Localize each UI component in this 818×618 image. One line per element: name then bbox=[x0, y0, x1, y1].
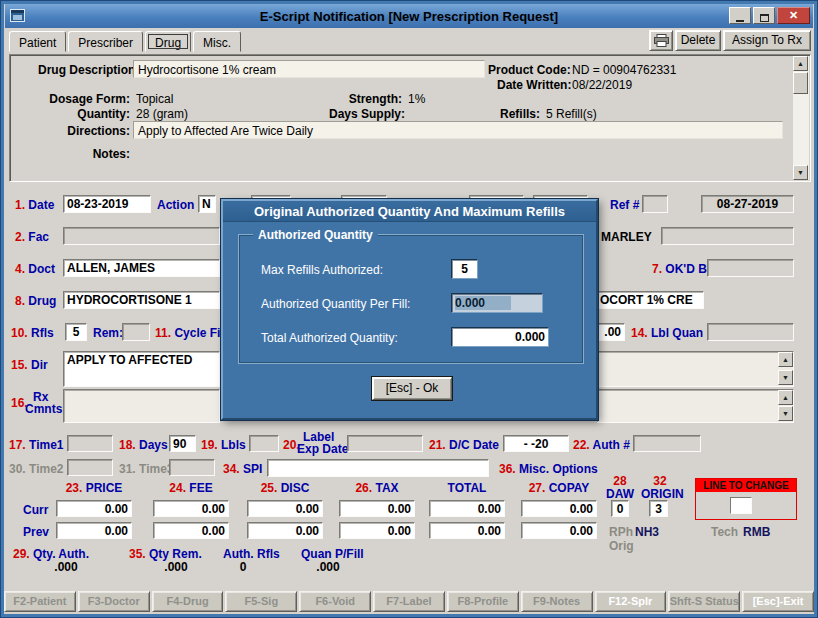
scroll-down-button[interactable]: ▼ bbox=[793, 165, 808, 180]
prev-price-field[interactable]: 0.00 bbox=[56, 522, 132, 539]
curr-tax-field[interactable]: 0.00 bbox=[339, 500, 415, 517]
minimize-button[interactable] bbox=[729, 7, 751, 24]
dir-scroll-down[interactable]: ▼ bbox=[778, 370, 793, 385]
dir-scroll-up[interactable]: ▲ bbox=[778, 352, 793, 367]
rx-cmnts-field-right[interactable] bbox=[597, 389, 794, 423]
prev-disc-field[interactable]: 0.00 bbox=[247, 522, 323, 539]
prev-total-field[interactable]: 0.00 bbox=[429, 522, 505, 539]
directions-field[interactable]: Apply to Affected Are Twice Daily bbox=[133, 121, 783, 139]
max-refills-field[interactable]: 5 bbox=[451, 259, 478, 279]
per-fill-field[interactable]: 0.000 bbox=[451, 293, 543, 313]
field-17-label: Time1 bbox=[29, 438, 63, 452]
spi-dropdown[interactable] bbox=[267, 459, 489, 477]
dc-date-field[interactable]: - -20 bbox=[503, 435, 569, 452]
f7-label-button[interactable]: F7-Label bbox=[373, 591, 445, 612]
field-21-label: D/C Date bbox=[449, 438, 499, 452]
dir-field-right[interactable] bbox=[597, 351, 794, 387]
action-field[interactable]: N bbox=[198, 195, 216, 213]
f2-patient-button[interactable]: F2-Patient bbox=[4, 591, 76, 612]
rx-cmnts-field[interactable] bbox=[63, 389, 220, 423]
curr-copay-field[interactable]: 0.00 bbox=[521, 500, 597, 517]
label-exp-date-field[interactable] bbox=[347, 435, 423, 452]
assign-to-rx-button[interactable]: Assign To Rx bbox=[723, 30, 811, 51]
strength-value: 1% bbox=[408, 92, 425, 106]
okd-by-field[interactable] bbox=[707, 259, 794, 277]
auth-num-field[interactable] bbox=[633, 435, 701, 452]
close-button[interactable]: ✕ bbox=[777, 7, 810, 24]
f12-splr-button[interactable]: F12-Splr bbox=[595, 591, 667, 612]
curr-price-field[interactable]: 0.00 bbox=[56, 500, 132, 517]
daw-field[interactable]: 0 bbox=[611, 500, 629, 517]
f6-void-button[interactable]: F6-Void bbox=[299, 591, 371, 612]
delete-button[interactable]: Delete bbox=[675, 30, 721, 51]
time2-field[interactable] bbox=[67, 459, 113, 476]
f4-drug-button[interactable]: F4-Drug bbox=[152, 591, 224, 612]
drug-panel-scrollbar[interactable]: ▲ ▼ bbox=[793, 56, 809, 180]
group-label: Authorized Quantity bbox=[253, 228, 378, 242]
dir-field[interactable]: APPLY TO AFFECTED bbox=[63, 351, 220, 387]
f5-sig-button[interactable]: F5-Sig bbox=[225, 591, 297, 612]
f8-profile-button[interactable]: F8-Profile bbox=[447, 591, 519, 612]
minimize-icon bbox=[736, 20, 744, 22]
field-8-num: 8. bbox=[15, 294, 25, 308]
maximize-button[interactable] bbox=[753, 7, 775, 24]
f3-doctor-button[interactable]: F3-Doctor bbox=[78, 591, 150, 612]
time1-field[interactable] bbox=[67, 435, 113, 452]
rem-field[interactable] bbox=[122, 323, 150, 341]
curr-total-field[interactable]: 0.00 bbox=[429, 500, 505, 517]
cmnts-scroll-up[interactable]: ▲ bbox=[778, 390, 793, 405]
curr-disc-field[interactable]: 0.00 bbox=[247, 500, 323, 517]
days-field[interactable]: 90 bbox=[169, 435, 196, 452]
field-20-label-2: Exp Date bbox=[297, 442, 348, 456]
prev-tax-field[interactable]: 0.00 bbox=[339, 522, 415, 539]
patient-name-fragment[interactable]: MARLEY bbox=[601, 230, 652, 244]
f9-notes-button[interactable]: F9-Notes bbox=[521, 591, 593, 612]
tab-prescriber[interactable]: Prescriber bbox=[68, 31, 143, 52]
scroll-up-button[interactable]: ▲ bbox=[793, 56, 808, 71]
disc-header-num: 25. bbox=[261, 481, 278, 495]
dosage-form-label: Dosage Form: bbox=[38, 92, 130, 106]
cmnts-scroll-down[interactable]: ▼ bbox=[778, 406, 793, 421]
origin-field[interactable]: 3 bbox=[649, 500, 668, 517]
field-19-num: 19. bbox=[201, 438, 218, 452]
tab-patient[interactable]: Patient bbox=[9, 31, 66, 52]
tab-drug[interactable]: Drug bbox=[145, 31, 191, 52]
patient-extra-field[interactable] bbox=[661, 227, 794, 245]
field-1-num: 1. bbox=[15, 198, 25, 212]
line-to-change-input[interactable] bbox=[730, 497, 752, 514]
prev-fee-field[interactable]: 0.00 bbox=[153, 522, 229, 539]
date-field[interactable]: 08-23-2019 bbox=[63, 195, 151, 213]
rph-label: RPh bbox=[609, 525, 633, 539]
esc-ok-button[interactable]: [Esc] - Ok bbox=[372, 377, 452, 400]
refills-value: 5 Refill(s) bbox=[546, 107, 597, 121]
field-31-num: 31. bbox=[119, 462, 136, 476]
amount-fragment[interactable]: .00 bbox=[597, 323, 625, 341]
scrollbar-thumb[interactable] bbox=[793, 72, 808, 94]
fee-header-num: 24. bbox=[169, 481, 186, 495]
drug-description-field[interactable]: Hydrocortisone 1% cream bbox=[133, 60, 485, 78]
drug-field-fragment[interactable]: OCORT 1% CRE bbox=[597, 291, 704, 309]
esc-exit-button[interactable]: [Esc]-Exit bbox=[742, 591, 814, 612]
auth-rfls-label: Auth. Rfls bbox=[223, 547, 280, 561]
time3-field[interactable] bbox=[169, 459, 215, 476]
drug-field[interactable]: HYDROCORTISONE 1 bbox=[63, 291, 220, 309]
alt-date-field[interactable]: 08-27-2019 bbox=[701, 195, 794, 213]
curr-label: Curr bbox=[23, 503, 48, 517]
prev-label: Prev bbox=[23, 525, 49, 539]
tab-misc[interactable]: Misc. bbox=[193, 31, 241, 52]
curr-fee-field[interactable]: 0.00 bbox=[153, 500, 229, 517]
drug-description-label: Drug Description: bbox=[38, 63, 130, 77]
function-button-bar: F2-Patient F3-Doctor F4-Drug F5-Sig F6-V… bbox=[4, 591, 814, 612]
print-button[interactable] bbox=[649, 30, 673, 51]
ref-field[interactable] bbox=[642, 195, 668, 213]
lbls-field[interactable] bbox=[249, 435, 279, 452]
shft-s-status-button[interactable]: Shft-S Status bbox=[668, 591, 740, 612]
fac-field[interactable] bbox=[63, 227, 220, 245]
rfls-field[interactable]: 5 bbox=[65, 323, 87, 341]
doctor-field[interactable]: ALLEN, JAMES bbox=[63, 259, 220, 277]
prev-copay-field[interactable]: 0.00 bbox=[521, 522, 597, 539]
field-36-label[interactable]: Misc. Options bbox=[519, 462, 598, 476]
daw-label: DAW bbox=[603, 487, 637, 501]
total-qty-field[interactable]: 0.000 bbox=[451, 327, 549, 347]
lbl-quan-field[interactable] bbox=[707, 323, 794, 341]
